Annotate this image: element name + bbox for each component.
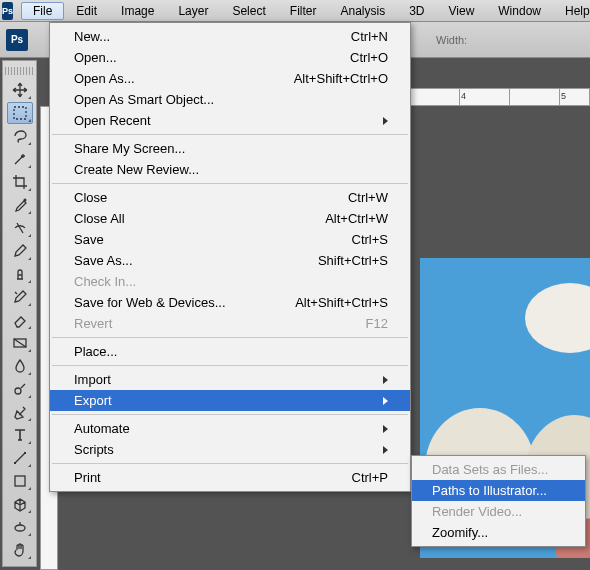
menu-shortcut: Ctrl+S — [352, 232, 388, 247]
svg-point-3 — [15, 388, 21, 394]
path-tool[interactable] — [7, 447, 33, 469]
menu-view[interactable]: View — [437, 2, 487, 20]
menu-item-save-as[interactable]: Save As...Shift+Ctrl+S — [50, 250, 410, 271]
menu-item-label: Save for Web & Devices... — [74, 295, 226, 310]
dodge-tool[interactable] — [7, 378, 33, 400]
menu-item-label: Automate — [74, 421, 130, 436]
menu-item-label: Close — [74, 190, 107, 205]
menu-item-create-new-review[interactable]: Create New Review... — [50, 159, 410, 180]
shape-tool[interactable] — [7, 470, 33, 492]
menu-item-open-as-smart-object[interactable]: Open As Smart Object... — [50, 89, 410, 110]
menu-item-automate[interactable]: Automate — [50, 418, 410, 439]
menu-item-label: Revert — [74, 316, 112, 331]
width-label: Width: — [436, 34, 467, 46]
submenu-arrow-icon — [383, 425, 388, 433]
menu-item-label: Open As... — [74, 71, 135, 86]
marquee-tool[interactable] — [7, 102, 33, 124]
menu-item-label: Create New Review... — [74, 162, 199, 177]
svg-point-7 — [15, 525, 25, 531]
menu-item-save-for-web-devices[interactable]: Save for Web & Devices...Alt+Shift+Ctrl+… — [50, 292, 410, 313]
healing-tool[interactable] — [7, 217, 33, 239]
menu-item-save[interactable]: SaveCtrl+S — [50, 229, 410, 250]
submenu-item-paths-to-illustrator[interactable]: Paths to Illustrator... — [412, 480, 585, 501]
svg-point-1 — [23, 199, 26, 202]
3d-camera-tool[interactable] — [7, 516, 33, 538]
submenu-item-data-sets-as-files: Data Sets as Files... — [412, 459, 585, 480]
menu-file[interactable]: File — [21, 2, 64, 20]
eraser-tool[interactable] — [7, 309, 33, 331]
toolbox — [2, 60, 37, 567]
menu-edit[interactable]: Edit — [64, 2, 109, 20]
submenu-item-render-video: Render Video... — [412, 501, 585, 522]
menu-item-check-in: Check In... — [50, 271, 410, 292]
wand-tool[interactable] — [7, 148, 33, 170]
menu-item-label: Open As Smart Object... — [74, 92, 214, 107]
eyedropper-tool[interactable] — [7, 194, 33, 216]
menu-select[interactable]: Select — [220, 2, 277, 20]
svg-rect-4 — [14, 462, 16, 464]
type-tool[interactable] — [7, 424, 33, 446]
submenu-item-zoomify[interactable]: Zoomify... — [412, 522, 585, 543]
submenu-arrow-icon — [383, 117, 388, 125]
menu-item-scripts[interactable]: Scripts — [50, 439, 410, 460]
submenu-arrow-icon — [383, 397, 388, 405]
menu-item-open-recent[interactable]: Open Recent — [50, 110, 410, 131]
file-menu-dropdown: New...Ctrl+NOpen...Ctrl+OOpen As...Alt+S… — [49, 22, 411, 492]
gradient-tool[interactable] — [7, 332, 33, 354]
brush-tool[interactable] — [7, 240, 33, 262]
menu-item-open-as[interactable]: Open As...Alt+Shift+Ctrl+O — [50, 68, 410, 89]
menu-item-label: Place... — [74, 344, 117, 359]
menu-item-label: Save As... — [74, 253, 133, 268]
menu-filter[interactable]: Filter — [278, 2, 329, 20]
menu-image[interactable]: Image — [109, 2, 166, 20]
submenu-arrow-icon — [383, 446, 388, 454]
menu-item-open[interactable]: Open...Ctrl+O — [50, 47, 410, 68]
menu-item-share-my-screen[interactable]: Share My Screen... — [50, 138, 410, 159]
menu-item-print[interactable]: PrintCtrl+P — [50, 467, 410, 488]
menu-shortcut: Ctrl+W — [348, 190, 388, 205]
menu-item-label: Export — [74, 393, 112, 408]
move-tool[interactable] — [7, 79, 33, 101]
history-brush-tool[interactable] — [7, 286, 33, 308]
menu-layer[interactable]: Layer — [166, 2, 220, 20]
toolbox-grip[interactable] — [5, 67, 35, 75]
svg-rect-5 — [24, 452, 26, 454]
crop-tool[interactable] — [7, 171, 33, 193]
menu-separator — [52, 183, 408, 184]
menu-shortcut: F12 — [366, 316, 388, 331]
menu-3d[interactable]: 3D — [397, 2, 436, 20]
menu-analysis[interactable]: Analysis — [328, 2, 397, 20]
pen-tool[interactable] — [7, 401, 33, 423]
blur-tool[interactable] — [7, 355, 33, 377]
svg-rect-0 — [14, 107, 26, 119]
menu-item-import[interactable]: Import — [50, 369, 410, 390]
menu-item-label: Print — [74, 470, 101, 485]
menu-item-revert: RevertF12 — [50, 313, 410, 334]
menu-separator — [52, 337, 408, 338]
menu-separator — [52, 463, 408, 464]
menu-separator — [52, 134, 408, 135]
stamp-tool[interactable] — [7, 263, 33, 285]
menu-shortcut: Shift+Ctrl+S — [318, 253, 388, 268]
menu-help[interactable]: Help — [553, 2, 590, 20]
app-logo-icon: Ps — [2, 2, 13, 20]
menu-item-export[interactable]: Export — [50, 390, 410, 411]
menu-shortcut: Alt+Shift+Ctrl+S — [295, 295, 388, 310]
app-corner-icon: Ps — [6, 29, 28, 51]
ruler-tick-label: 4 — [461, 91, 466, 101]
export-submenu: Data Sets as Files...Paths to Illustrato… — [411, 455, 586, 547]
menu-item-label: Save — [74, 232, 104, 247]
menu-item-new[interactable]: New...Ctrl+N — [50, 26, 410, 47]
svg-rect-6 — [15, 476, 25, 486]
menu-item-place[interactable]: Place... — [50, 341, 410, 362]
menubar: Ps FileEditImageLayerSelectFilterAnalysi… — [0, 0, 590, 22]
menu-item-label: Share My Screen... — [74, 141, 185, 156]
3d-tool[interactable] — [7, 493, 33, 515]
lasso-tool[interactable] — [7, 125, 33, 147]
menu-window[interactable]: Window — [486, 2, 553, 20]
hand-tool[interactable] — [7, 539, 33, 561]
menu-separator — [52, 365, 408, 366]
menu-item-close[interactable]: CloseCtrl+W — [50, 187, 410, 208]
menu-shortcut: Ctrl+O — [350, 50, 388, 65]
menu-item-close-all[interactable]: Close AllAlt+Ctrl+W — [50, 208, 410, 229]
